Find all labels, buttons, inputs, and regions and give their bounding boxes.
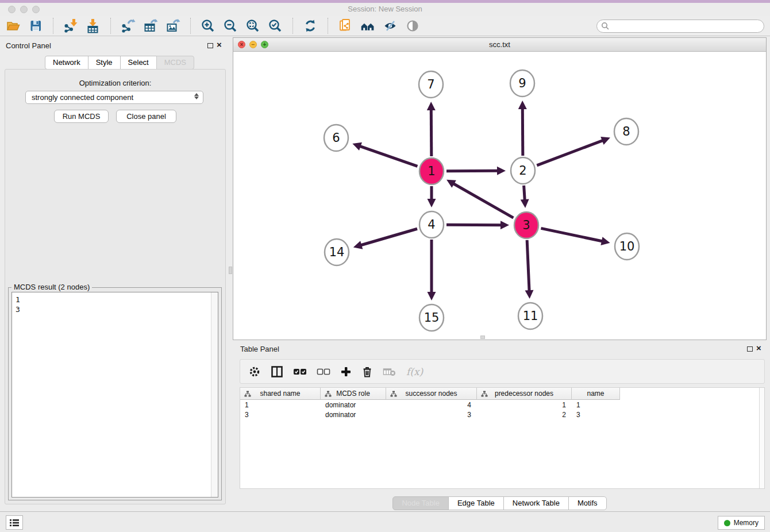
graph-node-8[interactable]: 8 bbox=[614, 118, 638, 145]
first-neighbors-icon[interactable] bbox=[360, 18, 375, 33]
table-cell[interactable]: 1 bbox=[572, 401, 620, 409]
graph-node-9[interactable]: 9 bbox=[510, 70, 534, 97]
zoom-selected-icon[interactable] bbox=[268, 18, 283, 33]
application-window: Session: New Session bbox=[0, 0, 770, 532]
graph-node-1[interactable]: 1 bbox=[419, 158, 444, 184]
open-session-icon[interactable] bbox=[6, 18, 21, 33]
graph-edge-4-3[interactable] bbox=[446, 221, 509, 229]
graph-edge-1-7[interactable] bbox=[427, 102, 436, 156]
export-network-icon[interactable] bbox=[121, 18, 136, 33]
table-settings-icon[interactable] bbox=[248, 365, 261, 379]
export-table-icon[interactable] bbox=[143, 18, 158, 33]
select-all-columns-icon[interactable] bbox=[293, 365, 307, 379]
delete-column-icon[interactable] bbox=[361, 365, 373, 379]
network-graph[interactable]: 7968124314101511 bbox=[233, 52, 766, 340]
graph-node-3[interactable]: 3 bbox=[514, 212, 538, 238]
tab-motifs[interactable]: Motifs bbox=[568, 496, 607, 510]
graph-node-14[interactable]: 14 bbox=[325, 239, 349, 265]
column-header-predecessor-nodes[interactable]: predecessor nodes bbox=[477, 388, 572, 400]
table-cell[interactable]: 2 bbox=[477, 411, 572, 419]
column-header-MCDS-role[interactable]: MCDS role bbox=[321, 388, 386, 400]
table-cell[interactable]: dominator bbox=[321, 411, 386, 419]
tab-network[interactable]: Network bbox=[45, 56, 88, 70]
tab-style[interactable]: Style bbox=[88, 56, 121, 70]
refresh-icon[interactable] bbox=[303, 18, 318, 33]
table-row[interactable]: 1dominator411 bbox=[240, 400, 764, 410]
graph-node-2[interactable]: 2 bbox=[511, 157, 535, 184]
table-scrollbar[interactable] bbox=[759, 388, 764, 488]
graph-edge-1-6[interactable] bbox=[352, 142, 417, 167]
table-cell[interactable]: dominator bbox=[321, 401, 386, 409]
tab-edge-table[interactable]: Edge Table bbox=[448, 496, 504, 510]
graph-edge-3-11[interactable] bbox=[525, 240, 534, 299]
close-panel-button[interactable]: Close panel bbox=[116, 110, 176, 123]
graph-node-11[interactable]: 11 bbox=[518, 303, 542, 329]
result-scrollbar[interactable] bbox=[211, 292, 218, 497]
canvas-resize-handle[interactable] bbox=[480, 336, 485, 339]
table-toolbar: f(x) bbox=[240, 359, 765, 384]
table-panel-float-button[interactable] bbox=[747, 346, 753, 352]
graph-edge-1-4[interactable] bbox=[428, 186, 436, 207]
column-header-shared-name[interactable]: shared name bbox=[240, 388, 321, 400]
column-header-name[interactable]: name bbox=[572, 388, 620, 400]
zoom-out-icon[interactable] bbox=[223, 18, 238, 33]
network-close-button[interactable]: × bbox=[238, 41, 245, 48]
task-history-button[interactable] bbox=[6, 515, 23, 530]
criterion-dropdown[interactable]: strongly connected component bbox=[25, 91, 203, 104]
tab-mcds[interactable]: MCDS bbox=[156, 56, 194, 70]
graph-edge-4-14[interactable] bbox=[353, 229, 417, 249]
network-maximize-button[interactable]: + bbox=[261, 41, 268, 48]
table-panel-close-button[interactable]: × bbox=[756, 343, 761, 353]
network-from-file-icon[interactable] bbox=[338, 18, 353, 33]
table-cell[interactable]: 1 bbox=[477, 401, 572, 409]
graph-node-7[interactable]: 7 bbox=[419, 71, 443, 98]
graph-edge-2-9[interactable] bbox=[518, 101, 527, 156]
network-window-titlebar[interactable]: × − + scc.txt bbox=[233, 38, 766, 52]
network-minimize-button[interactable]: − bbox=[249, 41, 257, 48]
graph-node-15[interactable]: 15 bbox=[419, 304, 444, 331]
memory-button[interactable]: Memory bbox=[718, 516, 765, 530]
table-cell[interactable]: 1 bbox=[240, 401, 321, 409]
toolbar-separator bbox=[190, 18, 191, 34]
tab-select[interactable]: Select bbox=[120, 56, 157, 70]
graph-node-4[interactable]: 4 bbox=[419, 211, 444, 238]
graph-edge-1-2[interactable] bbox=[446, 167, 506, 175]
zoom-in-icon[interactable] bbox=[201, 18, 215, 33]
run-mcds-button[interactable]: Run MCDS bbox=[54, 110, 109, 123]
table-cell[interactable]: 3 bbox=[386, 411, 477, 419]
panel-divider-handle[interactable] bbox=[229, 267, 232, 274]
table-cell[interactable]: 3 bbox=[572, 411, 620, 419]
save-session-icon[interactable] bbox=[28, 18, 43, 33]
add-column-icon[interactable] bbox=[340, 365, 352, 379]
graph-edge-3-1[interactable] bbox=[446, 180, 513, 218]
zoom-fit-icon[interactable] bbox=[245, 18, 260, 33]
graph-node-10[interactable]: 10 bbox=[615, 233, 639, 260]
column-header-successor-nodes[interactable]: successor nodes bbox=[386, 388, 477, 400]
control-panel-float-button[interactable] bbox=[207, 43, 213, 48]
table-cell[interactable]: 3 bbox=[240, 411, 321, 419]
memory-status-icon bbox=[724, 520, 730, 526]
main-titlebar[interactable]: Session: New Session bbox=[0, 3, 770, 16]
import-table-icon[interactable] bbox=[86, 18, 101, 33]
table-cell[interactable]: 4 bbox=[386, 401, 477, 409]
show-all-icon[interactable] bbox=[405, 18, 420, 33]
tab-node-table[interactable]: Node Table bbox=[392, 496, 449, 510]
search-icon bbox=[601, 22, 610, 33]
mcds-result-textarea[interactable]: 1 3 bbox=[11, 292, 218, 498]
deselect-all-columns-icon[interactable] bbox=[317, 365, 330, 379]
graph-edge-3-10[interactable] bbox=[541, 228, 610, 245]
export-image-icon[interactable] bbox=[165, 18, 180, 33]
show-columns-icon[interactable] bbox=[271, 365, 283, 379]
function-builder-icon[interactable]: f(x) bbox=[406, 365, 423, 379]
hide-selected-icon[interactable] bbox=[383, 18, 398, 33]
graph-edge-2-8[interactable] bbox=[537, 137, 610, 165]
control-panel-close-button[interactable]: × bbox=[217, 40, 222, 49]
graph-node-6[interactable]: 6 bbox=[324, 125, 348, 151]
tab-network-table[interactable]: Network Table bbox=[503, 496, 569, 510]
import-network-icon[interactable] bbox=[63, 18, 78, 33]
graph-edge-4-15[interactable] bbox=[428, 240, 436, 300]
delete-table-icon[interactable] bbox=[383, 365, 396, 379]
graph-edge-2-3[interactable] bbox=[521, 186, 529, 208]
search-input[interactable] bbox=[596, 20, 764, 33]
table-row[interactable]: 3dominator323 bbox=[240, 410, 764, 419]
